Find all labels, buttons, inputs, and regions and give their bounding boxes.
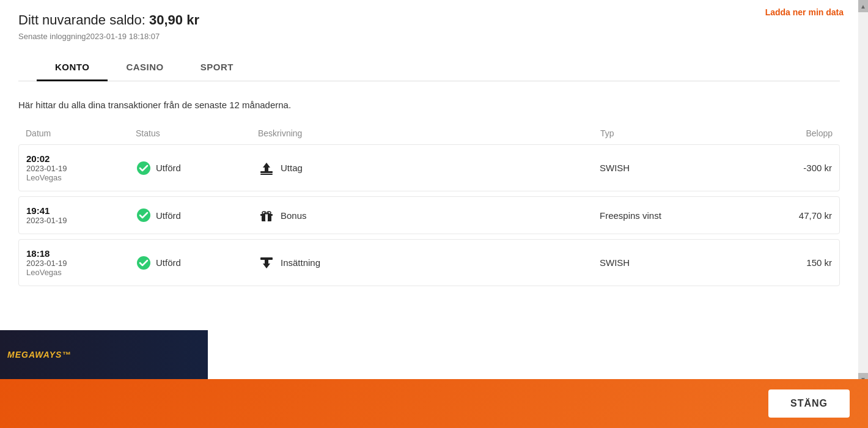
svg-rect-2 [260,174,273,175]
col-beskrivning: Beskrivning [258,128,600,138]
stang-button[interactable]: STÄNG [768,389,850,418]
bottom-bar: MEGAWAYS™ STÄNG [0,379,868,428]
table-header: Datum Status Beskrivning Typ Belopp [18,125,840,142]
svg-point-0 [137,161,150,175]
amount-cell-3: 150 kr [734,257,832,268]
status-text-1: Utförd [156,163,181,173]
type-cell-1: SWISH [600,163,734,173]
tab-sport[interactable]: SPORT [182,53,252,81]
last-login: Senaste inloggning2023-01-19 18:18:07 [18,32,840,41]
desc-text-3: Insättning [281,257,320,268]
table-row: 18:18 2023-01-19 LeoVegas Utförd [18,239,840,286]
main-panel: Ladda ner min data Ditt nuvarande saldo:… [0,0,858,379]
desc-cell-2: Bonus [259,207,600,223]
amount-cell-2: 47,70 kr [734,210,832,221]
balance-value: 30,90 kr [149,12,199,28]
description-text: Här hittar du alla dina transaktioner fr… [18,100,840,110]
desc-cell-1: Uttag [259,160,600,176]
type-cell-2: Freespins vinst [600,210,734,221]
scrollbar-up-button[interactable]: ▲ [858,0,868,12]
download-link[interactable]: Ladda ner min data [765,7,844,17]
insattning-icon [259,255,274,271]
table-row: 19:41 2023-01-19 Utförd [18,196,840,234]
status-cell-3: Utförd [136,256,259,270]
date-cell-2: 19:41 2023-01-19 [26,205,136,225]
date-cell-1: 20:02 2023-01-19 LeoVegas [26,153,136,182]
time-3: 18:18 [26,248,136,259]
svg-point-12 [137,256,150,270]
tabs-bar: KONTO CASINO SPORT [18,53,840,81]
time-1: 20:02 [26,153,136,164]
uttag-icon [259,160,274,176]
desc-text-2: Bonus [281,210,307,221]
svg-marker-15 [263,260,270,268]
scrollbar-track[interactable]: ▲ ▼ [858,0,868,385]
svg-rect-14 [260,257,273,259]
megaways-label: MEGAWAYS™ [7,350,71,360]
col-typ: Typ [600,128,735,138]
tab-konto[interactable]: KONTO [37,53,108,81]
check-icon-2 [136,208,151,223]
date-3: 2023-01-19 [26,259,136,268]
header-section: Ditt nuvarande saldo: 30,90 kr Senaste i… [0,0,858,87]
balance-line: Ditt nuvarande saldo: 30,90 kr [18,12,840,28]
source-3: LeoVegas [26,268,136,277]
col-status: Status [136,128,258,138]
game-preview: MEGAWAYS™ [0,330,208,379]
svg-marker-3 [263,163,270,171]
content-section: Här hittar du alla dina transaktioner fr… [0,87,858,303]
date-2: 2023-01-19 [26,216,136,225]
status-text-3: Utförd [156,257,181,268]
col-datum: Datum [26,128,136,138]
source-1: LeoVegas [26,173,136,182]
svg-point-4 [137,208,150,222]
check-icon-3 [136,256,151,270]
time-2: 19:41 [26,205,136,216]
status-cell-1: Utförd [136,161,259,175]
date-cell-3: 18:18 2023-01-19 LeoVegas [26,248,136,277]
tab-casino[interactable]: CASINO [108,53,182,81]
col-belopp: Belopp [735,128,833,138]
type-cell-3: SWISH [600,257,734,268]
check-icon-1 [136,161,151,175]
status-text-2: Utförd [156,210,181,221]
amount-cell-1: -300 kr [734,163,832,173]
status-cell-2: Utförd [136,208,259,223]
balance-label: Ditt nuvarande saldo: [18,12,145,28]
svg-rect-1 [260,171,273,173]
date-1: 2023-01-19 [26,164,136,173]
desc-cell-3: Insättning [259,255,600,271]
table-row: 20:02 2023-01-19 LeoVegas Utförd [18,144,840,191]
gift-icon [259,207,274,223]
desc-text-1: Uttag [281,163,303,173]
